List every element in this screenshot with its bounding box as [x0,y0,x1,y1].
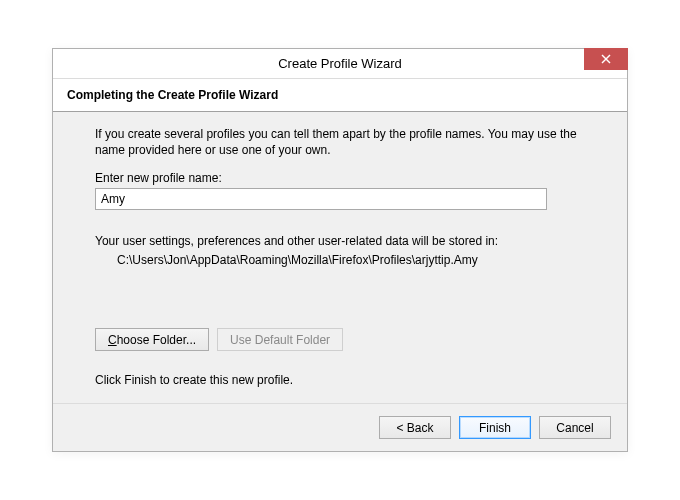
wizard-window: Create Profile Wizard Completing the Cre… [52,48,628,453]
use-default-folder-button[interactable]: Use Default Folder [217,328,343,351]
window-title: Create Profile Wizard [278,56,402,71]
storage-message: Your user settings, preferences and othe… [95,232,599,251]
finish-hint: Click Finish to create this new profile. [95,373,599,387]
wizard-header-title: Completing the Create Profile Wizard [67,88,613,102]
titlebar: Create Profile Wizard [53,49,627,79]
intro-text: If you create several profiles you can t… [95,126,599,160]
profile-name-input[interactable] [95,188,547,210]
folder-buttons-row: Choose Folder... Use Default Folder [95,328,599,351]
wizard-header: Completing the Create Profile Wizard [53,79,627,112]
back-button[interactable]: < Back [379,416,451,439]
finish-button[interactable]: Finish [459,416,531,439]
close-icon [601,54,611,64]
wizard-footer: < Back Finish Cancel [53,403,627,451]
profile-name-label: Enter new profile name: [95,171,599,185]
storage-info: Your user settings, preferences and othe… [95,232,599,270]
cancel-button[interactable]: Cancel [539,416,611,439]
wizard-content: If you create several profiles you can t… [53,112,627,404]
choose-folder-button[interactable]: Choose Folder... [95,328,209,351]
storage-path: C:\Users\Jon\AppData\Roaming\Mozilla\Fir… [95,251,599,270]
close-button[interactable] [584,48,628,70]
